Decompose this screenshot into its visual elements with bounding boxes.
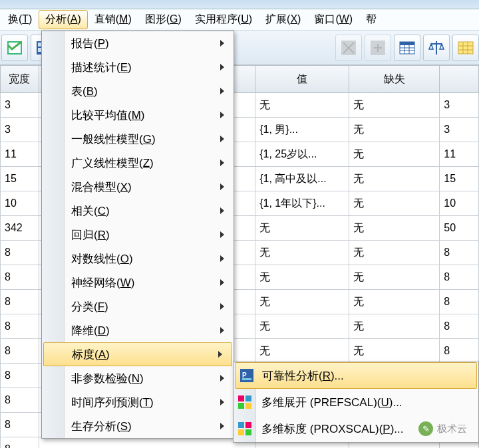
cell[interactable]: 3 xyxy=(440,93,479,118)
column-header[interactable]: 宽度 xyxy=(0,65,39,93)
toolbar-button-calendar[interactable] xyxy=(452,35,479,61)
cell[interactable]: 8 xyxy=(0,241,39,265)
cell[interactable]: 8 xyxy=(440,314,479,339)
cell[interactable]: 无 xyxy=(349,290,440,314)
cell[interactable]: 无 xyxy=(349,118,440,142)
column-header[interactable]: 值 xyxy=(255,65,349,93)
chevron-right-icon xyxy=(220,327,224,334)
cell[interactable]: {1, 高中及以... xyxy=(255,167,349,191)
cell[interactable]: 8 xyxy=(0,437,39,448)
cell[interactable]: 3 xyxy=(0,93,39,118)
cell[interactable]: 8 xyxy=(440,265,479,290)
cell[interactable]: 无 xyxy=(349,142,440,167)
cell[interactable]: 无 xyxy=(255,265,349,290)
menu-item-N[interactable]: 非参数检验(N) xyxy=(42,366,234,390)
cell[interactable]: 无 xyxy=(349,241,440,265)
cell[interactable]: 无 xyxy=(255,339,349,364)
cell[interactable]: 10 xyxy=(440,191,479,216)
submenu-item-1[interactable]: 多维展开 (PREFSCAL)(U)... xyxy=(234,389,478,415)
cell[interactable]: 8 xyxy=(440,339,479,364)
menu-item-B[interactable]: 表(B) xyxy=(42,79,234,103)
menu-item-T[interactable]: 时间序列预测(T) xyxy=(42,390,234,414)
cell[interactable]: 8 xyxy=(0,314,39,339)
menu-T[interactable]: 换(T) xyxy=(1,10,39,29)
cell[interactable]: 无 xyxy=(255,314,349,339)
toolbar-button-dim2 xyxy=(365,35,391,61)
cell[interactable]: 无 xyxy=(349,93,440,118)
menu-item-E[interactable]: 描述统计(E) xyxy=(42,55,234,79)
cell[interactable]: 50 xyxy=(440,216,479,241)
toolbar-button-1[interactable] xyxy=(1,35,28,61)
cell[interactable]: {1, 1年以下}... xyxy=(255,191,349,216)
cell[interactable]: 无 xyxy=(349,339,440,364)
cell[interactable]: 3 xyxy=(440,118,479,142)
svg-rect-25 xyxy=(245,395,251,401)
svg-rect-30 xyxy=(238,429,244,435)
chevron-right-icon xyxy=(218,351,222,358)
cell[interactable]: {1, 25岁以... xyxy=(255,142,349,167)
menu-item-Z[interactable]: 广义线性模型(Z) xyxy=(42,151,234,175)
cell[interactable]: 8 xyxy=(0,339,39,364)
chevron-right-icon xyxy=(220,88,224,94)
menu-M[interactable]: 直销(M) xyxy=(88,10,138,29)
cell[interactable]: 8 xyxy=(440,290,479,314)
svg-rect-24 xyxy=(238,395,244,401)
column-header[interactable] xyxy=(440,65,479,93)
cell[interactable]: 无 xyxy=(349,216,440,241)
cell[interactable]: 342 xyxy=(0,216,39,241)
cell[interactable]: 11 xyxy=(440,142,479,167)
column-header[interactable]: 缺失 xyxy=(349,65,440,93)
menu-item-F[interactable]: 分类(F) xyxy=(42,294,234,318)
cell[interactable]: 8 xyxy=(440,241,479,265)
cell[interactable]: 无 xyxy=(349,265,440,290)
menu-item-O[interactable]: 对数线性(O) xyxy=(42,247,234,271)
cell[interactable]: 15 xyxy=(440,167,479,191)
submenu-item-0[interactable]: P可靠性分析(R)... xyxy=(235,362,477,389)
menu-G[interactable]: 图形(G) xyxy=(138,10,188,29)
analyze-menu-dropdown: 报告(P)描述统计(E)表(B)比较平均值(M)一般线性模型(G)广义线性模型(… xyxy=(41,31,234,439)
menu-X[interactable]: 扩展(X) xyxy=(259,10,307,29)
cell[interactable]: 10 xyxy=(0,191,39,216)
cell[interactable]: 8 xyxy=(0,290,39,314)
menu-item-A[interactable]: 标度(A) xyxy=(43,342,232,366)
menu-item-S[interactable]: 生存分析(S) xyxy=(42,414,234,438)
menu-A[interactable]: 分析(A) xyxy=(39,10,87,29)
menu-item-G[interactable]: 一般线性模型(G) xyxy=(42,127,234,151)
menu-item-X[interactable]: 混合模型(X) xyxy=(42,175,234,199)
grid4b-icon xyxy=(238,421,252,436)
cell[interactable]: 8 xyxy=(0,388,39,413)
svg-rect-29 xyxy=(245,422,251,428)
cell[interactable]: 3 xyxy=(0,118,39,142)
cell[interactable]: 8 xyxy=(0,265,39,290)
cell[interactable] xyxy=(39,437,255,448)
cell[interactable]: 11 xyxy=(0,142,39,167)
cell[interactable]: 无 xyxy=(255,241,349,265)
chevron-right-icon xyxy=(220,399,224,405)
chevron-right-icon xyxy=(220,255,224,262)
cell[interactable]: {1, 男}... xyxy=(255,118,349,142)
toolbar-button-table[interactable] xyxy=(394,35,420,61)
svg-rect-31 xyxy=(245,429,251,435)
submenu-label: 多维标度 (PROXSCAL)(P)... xyxy=(261,421,403,437)
menu-U[interactable]: 实用程序(U) xyxy=(188,10,259,29)
menu-item-M[interactable]: 比较平均值(M) xyxy=(42,103,234,127)
menu-item-C[interactable]: 相关(C) xyxy=(42,199,234,223)
menu-W[interactable]: 窗口(W) xyxy=(307,10,359,29)
menu-item-D[interactable]: 降维(D) xyxy=(42,318,234,342)
menu-item-W[interactable]: 神经网络(W) xyxy=(42,271,234,294)
toolbar-button-scales[interactable] xyxy=(423,35,450,61)
toolbar-button-dim1 xyxy=(335,35,362,61)
cell[interactable]: 无 xyxy=(255,93,349,118)
menu-item-P[interactable]: 报告(P) xyxy=(42,31,234,55)
cell[interactable]: 无 xyxy=(255,216,349,241)
menu-item-R[interactable]: 回归(R) xyxy=(42,223,234,247)
cell[interactable]: 8 xyxy=(0,364,39,388)
wechat-icon: ✎ xyxy=(418,421,433,436)
cell[interactable]: 无 xyxy=(349,191,440,216)
menu-7[interactable]: 帮 xyxy=(359,10,383,29)
cell[interactable]: 无 xyxy=(255,290,349,314)
cell[interactable]: 8 xyxy=(0,413,39,437)
cell[interactable]: 无 xyxy=(349,167,440,191)
cell[interactable]: 15 xyxy=(0,167,39,191)
cell[interactable]: 无 xyxy=(349,314,440,339)
